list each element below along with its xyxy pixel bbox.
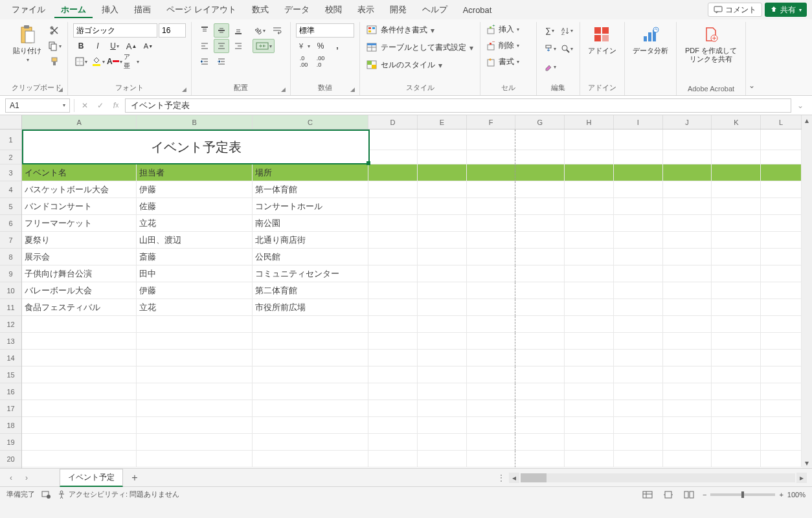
row-header-4[interactable]: 4 — [0, 181, 21, 198]
bold-button[interactable]: B — [73, 39, 89, 53]
menu-help[interactable]: ヘルプ — [416, 1, 454, 18]
cell[interactable] — [467, 249, 516, 265]
cancel-formula-button[interactable]: ✕ — [78, 99, 91, 112]
cell[interactable] — [712, 417, 761, 434]
pdf-share-button[interactable]: PDF を作成してリンクを共有 — [682, 23, 740, 65]
next-sheet-button[interactable]: › — [21, 472, 32, 484]
cell[interactable] — [418, 265, 467, 282]
cell[interactable] — [253, 417, 368, 434]
cell[interactable] — [515, 299, 565, 316]
cell[interactable] — [761, 164, 802, 181]
cell[interactable] — [467, 383, 516, 400]
row-header-9[interactable]: 9 — [0, 265, 21, 282]
cell[interactable] — [467, 417, 516, 434]
cell[interactable] — [137, 333, 252, 350]
col-header-B[interactable]: B — [137, 115, 252, 129]
menu-file[interactable]: ファイル — [5, 1, 52, 18]
cell[interactable] — [515, 350, 565, 366]
cell[interactable] — [565, 265, 614, 282]
cell[interactable] — [663, 417, 712, 434]
format-as-table-button[interactable]: テーブルとして書式設定▾ — [365, 41, 475, 54]
macro-record-icon[interactable] — [41, 490, 51, 500]
font-size-input[interactable] — [159, 23, 186, 38]
selection-handle[interactable] — [367, 161, 370, 165]
cell[interactable] — [663, 198, 712, 215]
formula-input[interactable]: イベント予定表 — [125, 98, 791, 113]
sort-filter-button[interactable]: AZ▾ — [559, 23, 574, 38]
cell[interactable] — [614, 400, 663, 417]
cell[interactable] — [614, 350, 663, 366]
cell[interactable] — [663, 333, 712, 350]
cell[interactable] — [368, 350, 418, 366]
cell[interactable] — [712, 130, 761, 150]
cell[interactable] — [614, 215, 663, 232]
cell[interactable]: 伊藤 — [137, 282, 252, 299]
cell[interactable] — [663, 130, 712, 150]
cell[interactable] — [614, 333, 663, 350]
cell[interactable] — [467, 164, 516, 181]
cell[interactable]: コンサートホール — [253, 198, 368, 215]
phonetic-button[interactable]: ア亜▾ — [124, 54, 139, 69]
cell[interactable] — [368, 265, 418, 282]
cell[interactable] — [663, 366, 712, 383]
align-bottom-button[interactable] — [231, 23, 246, 38]
cell[interactable] — [565, 150, 614, 164]
name-box[interactable]: A1▾ — [5, 98, 70, 113]
col-header-E[interactable]: E — [418, 115, 467, 129]
accessibility-status[interactable]: アクセシビリティ: 問題ありません — [57, 490, 179, 499]
menu-pagelayout[interactable]: ページ レイアウト — [160, 1, 243, 18]
cell[interactable]: 北通り商店街 — [253, 232, 368, 249]
cell[interactable] — [761, 130, 802, 150]
cell[interactable]: バレーボール大会 — [22, 282, 137, 299]
cell[interactable]: 第二体育館 — [253, 282, 368, 299]
orientation-button[interactable]: ab▾ — [253, 23, 268, 38]
cell[interactable] — [515, 366, 565, 383]
select-all-corner[interactable] — [0, 115, 21, 130]
cell[interactable] — [22, 451, 137, 467]
cell[interactable] — [467, 333, 516, 350]
find-select-button[interactable]: ▾ — [559, 41, 574, 56]
cell[interactable] — [418, 316, 467, 333]
border-button[interactable]: ▾ — [73, 54, 89, 69]
zoom-out-button[interactable]: − — [703, 491, 706, 499]
comma-button[interactable]: , — [330, 39, 345, 53]
cell[interactable] — [418, 383, 467, 400]
cell[interactable] — [515, 232, 565, 249]
merged-title-cell[interactable]: イベント予定表 — [22, 130, 370, 164]
cell[interactable]: 第一体育館 — [253, 181, 368, 198]
cell[interactable] — [137, 383, 252, 400]
cell[interactable] — [418, 249, 467, 265]
cell[interactable] — [663, 282, 712, 299]
cell[interactable] — [761, 400, 802, 417]
cell[interactable] — [712, 451, 761, 467]
cell[interactable] — [515, 383, 565, 400]
align-launcher[interactable]: ◢ — [281, 86, 289, 94]
cell[interactable] — [712, 164, 761, 181]
horizontal-scrollbar[interactable]: ◂ ▸ — [509, 473, 807, 483]
cell[interactable] — [663, 215, 712, 232]
cell[interactable] — [467, 181, 516, 198]
cell[interactable] — [712, 299, 761, 316]
cell[interactable] — [368, 417, 418, 434]
cell[interactable] — [663, 150, 712, 164]
cell[interactable] — [663, 181, 712, 198]
cell[interactable] — [761, 333, 802, 350]
cell[interactable] — [515, 150, 565, 164]
cell[interactable] — [761, 451, 802, 467]
row-header-7[interactable]: 7 — [0, 232, 21, 249]
cell[interactable] — [761, 249, 802, 265]
cell[interactable] — [761, 150, 802, 164]
format-cells-button[interactable]: 書式▾ — [486, 56, 531, 68]
col-header-G[interactable]: G — [515, 115, 565, 129]
data-analysis-button[interactable]: データ分析 — [630, 23, 671, 56]
cell[interactable] — [368, 366, 418, 383]
cell[interactable] — [712, 249, 761, 265]
number-format-select[interactable] — [296, 23, 354, 38]
cell[interactable] — [663, 434, 712, 451]
cell[interactable]: 立花 — [137, 215, 252, 232]
row-header-8[interactable]: 8 — [0, 249, 21, 265]
cell[interactable] — [614, 366, 663, 383]
cell[interactable] — [467, 232, 516, 249]
prev-sheet-button[interactable]: ‹ — [5, 472, 17, 484]
row-header-20[interactable]: 20 — [0, 451, 21, 467]
